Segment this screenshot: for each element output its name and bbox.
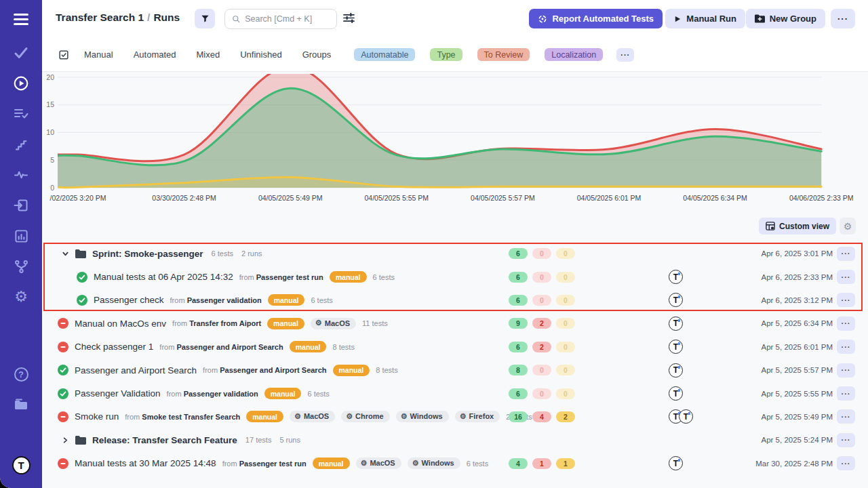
row-menu-button[interactable]: ··· [837, 247, 855, 261]
run-title[interactable]: Passenger Validation [75, 388, 161, 399]
run-row[interactable]: Manual on MacOs envfrom Transfer from Ai… [42, 312, 868, 335]
tests-icon[interactable] [12, 44, 30, 62]
run-title[interactable]: Passenger check [94, 295, 164, 305]
run-row[interactable]: Passenger and Airport Searchfrom Passeng… [42, 359, 868, 382]
y-tick-label: 5 [50, 156, 54, 164]
run-date: Apr 5, 2025 5:57 PM [762, 366, 833, 374]
row-main: Manual tests at 06 Apr 2025 14:32from Pa… [77, 271, 395, 283]
sliders-icon [342, 12, 355, 24]
group-title[interactable]: Sprint: Smoke-passenger [92, 249, 203, 259]
row-menu-button[interactable]: ··· [837, 293, 855, 307]
run-title[interactable]: Passenger and Airport Search [75, 365, 197, 375]
tab-automated[interactable]: Automated [134, 49, 176, 60]
more-actions-button[interactable]: ··· [831, 9, 855, 28]
view-settings-button[interactable]: ⚙ [840, 218, 856, 235]
run-row[interactable]: Manual tests at 30 Mar 2025 14:48from Pa… [42, 452, 868, 475]
row-menu-button[interactable]: ··· [837, 317, 855, 331]
gear-icon: ⚙ [401, 413, 408, 420]
run-tests-count: 8 tests [376, 366, 397, 374]
runs-icon[interactable] [12, 75, 30, 92]
breadcrumb-project[interactable]: Transfer Search 1 [56, 12, 144, 23]
environment-pill-windows: ⚙Windows [408, 458, 460, 469]
run-title[interactable]: Smoke run [75, 411, 119, 422]
row-menu-button[interactable]: ··· [837, 340, 855, 354]
analytics-icon[interactable] [12, 227, 30, 245]
filter-tag-to-review[interactable]: To Review [477, 48, 530, 61]
run-tests-count: 6 tests [373, 273, 395, 281]
settings-icon[interactable]: ⚙ [12, 288, 30, 306]
result-badges: 600 [509, 272, 575, 283]
x-tick-label: 04/06/2025 2:33 PM [789, 194, 854, 202]
group-row[interactable]: Sprint: Smoke-passenger6 tests2 runs600A… [42, 242, 868, 265]
tab-manual[interactable]: Manual [84, 49, 113, 60]
passed-icon [77, 272, 87, 283]
skipped-count-badge: 0 [556, 248, 575, 259]
user-avatar[interactable]: T [12, 456, 31, 474]
assignee-avatars: T [669, 270, 683, 284]
run-source: from Passenger and Airport Search [159, 343, 283, 351]
result-badges: 600 [509, 295, 575, 306]
environment-pill-macos: ⚙MacOS [311, 318, 356, 329]
run-row[interactable]: Check passenger 1from Passenger and Airp… [42, 336, 868, 359]
pulse-icon[interactable] [12, 166, 30, 184]
run-row[interactable]: Manual tests at 06 Apr 2025 14:32from Pa… [42, 265, 868, 288]
select-all-icon[interactable] [58, 49, 70, 61]
group-row[interactable]: Release: Transfer Search Feature17 tests… [42, 428, 868, 451]
passed-count-badge: 6 [509, 248, 528, 259]
run-row[interactable]: Passenger Validationfrom Passenger valid… [42, 382, 868, 405]
group-title[interactable]: Release: Transfer Search Feature [92, 435, 237, 445]
new-group-button[interactable]: New Group [746, 9, 825, 28]
run-title[interactable]: Manual tests at 06 Apr 2025 14:32 [94, 272, 233, 282]
collapse-group-button[interactable] [62, 250, 69, 258]
x-tick-label: 03/30/2025 2:48 PM [152, 194, 216, 202]
manual-run-button[interactable]: Manual Run [665, 9, 745, 28]
run-type-tag: manual [268, 294, 305, 306]
tab-groups[interactable]: Groups [302, 49, 332, 60]
custom-view-label: Custom view [779, 222, 829, 231]
user-avatar: T [669, 340, 683, 354]
run-title[interactable]: Manual on MacOs env [75, 319, 166, 329]
import-icon[interactable] [12, 197, 30, 214]
help-icon[interactable]: ? [12, 365, 30, 383]
expand-group-button[interactable] [62, 436, 69, 444]
filter-button[interactable] [195, 9, 215, 28]
gear-icon: ⚙ [412, 460, 419, 467]
play-icon [674, 15, 682, 23]
run-row[interactable]: Smoke runfrom Smoke test Transfer Search… [42, 405, 868, 428]
plans-icon[interactable] [12, 105, 30, 123]
row-menu-button[interactable]: ··· [837, 270, 855, 284]
filter-tag-type[interactable]: Type [430, 48, 462, 61]
report-automated-tests-button[interactable]: Report Automated Tests [529, 9, 663, 28]
row-menu-button[interactable]: ··· [837, 363, 855, 378]
run-title[interactable]: Check passenger 1 [75, 342, 153, 352]
row-menu-button[interactable]: ··· [837, 409, 855, 424]
run-row[interactable]: Passenger checkfrom Passenger validation… [42, 289, 868, 312]
tab-mixed[interactable]: Mixed [197, 49, 220, 60]
jobs-icon[interactable] [12, 136, 30, 153]
run-tests-count: 8 tests [332, 343, 354, 351]
display-settings-button[interactable] [342, 12, 355, 26]
tab-unfinished[interactable]: Unfinished [240, 49, 281, 60]
run-date: Apr 5, 2025 6:01 PM [762, 343, 833, 351]
row-menu-button[interactable]: ··· [837, 433, 855, 447]
run-date: Apr 5, 2025 6:34 PM [762, 319, 833, 327]
user-avatar: T [669, 293, 683, 307]
custom-view-button[interactable]: Custom view [759, 218, 836, 235]
filter-tag-localization[interactable]: Localization [545, 48, 603, 61]
passed-count-badge: 6 [509, 388, 528, 399]
filter-tag-automatable[interactable]: Automatable [354, 48, 415, 61]
search-input[interactable] [245, 14, 330, 24]
failed-icon [58, 318, 68, 329]
menu-icon[interactable] [14, 14, 28, 25]
run-title[interactable]: Manual tests at 30 Mar 2025 14:48 [75, 458, 216, 468]
search-box[interactable] [224, 9, 337, 29]
failed-count-badge: 0 [532, 248, 551, 259]
row-menu-button[interactable]: ··· [837, 386, 855, 401]
projects-icon[interactable] [12, 396, 30, 413]
row-menu-button[interactable]: ··· [837, 456, 855, 470]
filter-tabs-bar: ManualAutomatedMixedUnfinishedGroups Aut… [42, 38, 868, 71]
run-date: Apr 6, 2025 3:12 PM [762, 296, 833, 304]
branches-icon[interactable] [12, 258, 30, 275]
manual-run-label: Manual Run [686, 14, 736, 24]
more-filters-button[interactable]: ··· [616, 48, 634, 62]
